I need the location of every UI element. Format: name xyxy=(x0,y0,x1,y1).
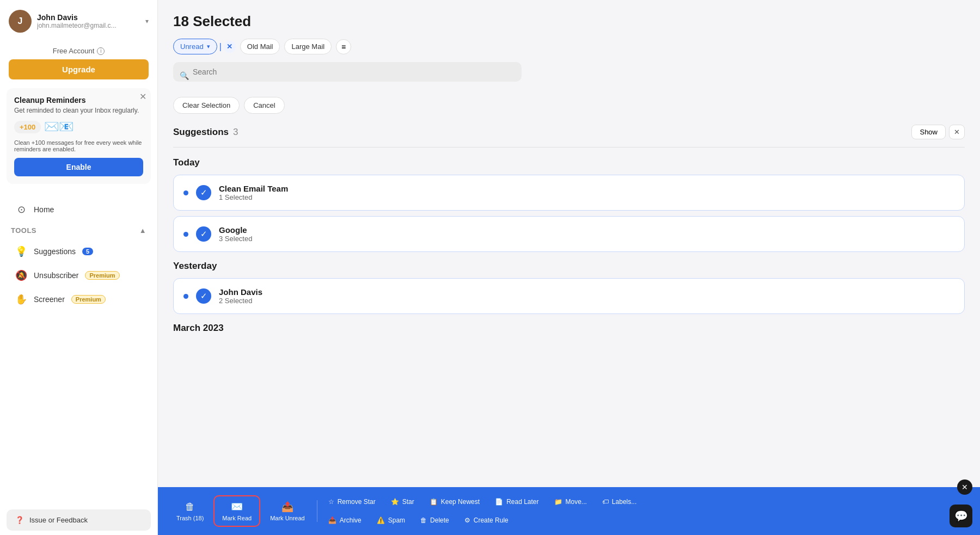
page-title: 18 Selected xyxy=(173,13,965,30)
unread-dot xyxy=(183,294,188,299)
upgrade-button[interactable]: Upgrade xyxy=(9,59,149,79)
user-email: john.mailmeteor@gmail.c... xyxy=(37,22,140,29)
old-mail-label: Old Mail xyxy=(247,42,273,51)
info-icon[interactable]: i xyxy=(97,47,105,55)
mail-count: 2 Selected xyxy=(219,297,954,305)
check-icon: ✓ xyxy=(196,226,211,242)
mail-group-google[interactable]: ✓ Google 3 Selected xyxy=(173,216,965,252)
large-mail-label: Large Mail xyxy=(291,42,324,51)
spam-label: Spam xyxy=(388,516,405,524)
screener-label: Screener xyxy=(34,295,65,304)
cleanup-info: Clean +100 messages for free every week … xyxy=(14,139,143,152)
remove-star-button[interactable]: ☆ Remove Star xyxy=(322,494,382,510)
sidebar-item-screener[interactable]: ✋ Screener Premium xyxy=(4,288,153,311)
labels-icon: 🏷 xyxy=(602,498,609,506)
chat-icon: 💬 xyxy=(954,509,968,522)
spam-button[interactable]: ⚠️ Spam xyxy=(370,512,412,528)
filter-bar: Unread ▾ | ✕ Old Mail Large Mail ≡ xyxy=(173,39,965,54)
sidebar-item-home[interactable]: ⊙ Home xyxy=(4,198,153,221)
mail-group-john-davis[interactable]: ✓ John Davis 2 Selected xyxy=(173,278,965,314)
sidebar-item-unsubscriber[interactable]: 🔕 Unsubscriber Premium xyxy=(4,264,153,287)
filter-old-mail[interactable]: Old Mail xyxy=(240,39,280,54)
spam-icon: ⚠️ xyxy=(377,516,385,524)
yesterday-label: Yesterday xyxy=(173,261,965,272)
cleanup-card: ✕ Cleanup Reminders Get reminded to clea… xyxy=(7,88,151,184)
toolbar-extra-actions: ☆ Remove Star ⭐ Star 📋 Keep Newest 📄 Rea… xyxy=(322,494,644,528)
suggestions-label: Suggestions xyxy=(34,247,76,256)
tools-header: Tools ▲ xyxy=(0,222,157,239)
unsubscriber-icon: 🔕 xyxy=(15,269,27,281)
toolbar-divider xyxy=(317,500,317,522)
archive-button[interactable]: 📥 Archive xyxy=(322,512,368,528)
sidebar: J John Davis john.mailmeteor@gmail.c... … xyxy=(0,0,158,535)
filter-large-mail[interactable]: Large Mail xyxy=(284,39,332,54)
suggestions-actions: Show ✕ xyxy=(911,125,965,139)
move-button[interactable]: 📁 Move... xyxy=(548,494,593,510)
chat-fab[interactable]: 💬 xyxy=(950,505,972,527)
enable-button[interactable]: Enable xyxy=(14,158,143,176)
create-rule-button[interactable]: ⚙ Create Rule xyxy=(458,512,515,528)
star-button[interactable]: ⭐ Star xyxy=(384,494,421,510)
issue-label: Issue or Feedback xyxy=(29,516,88,524)
labels-label: Labels... xyxy=(612,498,636,506)
mail-sender: Clean Email Team xyxy=(219,184,954,193)
unread-dot xyxy=(183,232,188,237)
move-label: Move... xyxy=(566,498,587,506)
mark-unread-button[interactable]: 📤 Mark Unread xyxy=(262,496,313,526)
show-button[interactable]: Show xyxy=(911,125,946,139)
unread-clear-button[interactable]: ✕ xyxy=(224,41,236,53)
cleanup-title: Cleanup Reminders xyxy=(14,96,143,104)
read-later-label: Read Later xyxy=(506,498,538,506)
unsubscriber-label: Unsubscriber xyxy=(34,271,78,280)
unread-dot xyxy=(183,190,188,195)
archive-label: Archive xyxy=(340,516,362,524)
user-header[interactable]: J John Davis john.mailmeteor@gmail.c... … xyxy=(0,0,157,42)
filter-options-icon[interactable]: ≡ xyxy=(336,39,351,54)
unsubscriber-badge: Premium xyxy=(85,271,119,280)
filter-unread[interactable]: Unread ▾ xyxy=(173,39,217,54)
sidebar-nav: ⊙ Home Tools ▲ 💡 Suggestions 5 🔕 Unsubsc… xyxy=(0,193,157,505)
issue-feedback-button[interactable]: ❓ Issue or Feedback xyxy=(7,509,151,531)
mark-unread-icon: 📤 xyxy=(281,501,293,513)
remove-star-label: Remove Star xyxy=(338,498,376,506)
delete-button[interactable]: 🗑 Delete xyxy=(414,512,456,528)
user-info: John Davis john.mailmeteor@gmail.c... xyxy=(37,13,140,29)
suggestions-section-header: Suggestions 3 Show ✕ xyxy=(173,125,965,139)
action-bar: Clear Selection Cancel xyxy=(173,97,965,114)
suggestions-section-title: Suggestions xyxy=(173,127,229,138)
home-icon: ⊙ xyxy=(15,204,27,216)
issue-icon: ❓ xyxy=(15,516,24,524)
cancel-button[interactable]: Cancel xyxy=(244,97,284,114)
tools-collapse-icon[interactable]: ▲ xyxy=(139,226,146,235)
delete-label: Delete xyxy=(430,516,449,524)
tools-label: Tools xyxy=(11,226,36,235)
keep-newest-button[interactable]: 📋 Keep Newest xyxy=(423,494,486,510)
suggestions-icon: 💡 xyxy=(15,245,27,257)
keep-newest-icon: 📋 xyxy=(430,498,438,506)
clear-selection-button[interactable]: Clear Selection xyxy=(173,97,240,114)
toolbar-row-2: 📥 Archive ⚠️ Spam 🗑 Delete ⚙ Create Rule xyxy=(322,512,644,528)
mail-count: 3 Selected xyxy=(219,235,954,243)
unread-label: Unread xyxy=(180,42,204,51)
labels-button[interactable]: 🏷 Labels... xyxy=(596,494,643,510)
mark-read-button[interactable]: ✉️ Mark Read xyxy=(213,495,260,527)
suggestions-close-button[interactable]: ✕ xyxy=(949,125,965,139)
mail-group-clean-email-team[interactable]: ✓ Clean Email Team 1 Selected xyxy=(173,175,965,211)
cleanup-visual: +100 ✉️📧 xyxy=(14,120,143,134)
search-input[interactable] xyxy=(173,62,522,82)
mail-info: Google 3 Selected xyxy=(219,225,954,243)
remove-star-icon: ☆ xyxy=(328,498,334,506)
sidebar-item-suggestions[interactable]: 💡 Suggestions 5 xyxy=(4,240,153,263)
mark-read-icon: ✉️ xyxy=(231,501,243,513)
screener-badge: Premium xyxy=(71,295,106,304)
scrollable-content: 18 Selected Unread ▾ | ✕ Old Mail Large … xyxy=(158,0,980,535)
create-rule-icon: ⚙ xyxy=(464,516,470,524)
chevron-down-icon[interactable]: ▾ xyxy=(145,17,149,25)
toolbar-close-button[interactable]: ✕ xyxy=(957,479,972,495)
mail-sender: Google xyxy=(219,225,954,235)
avatar: J xyxy=(9,10,32,33)
chevron-icon: ▾ xyxy=(207,43,210,50)
trash-button[interactable]: 🗑 Trash (18) xyxy=(169,497,211,526)
cleanup-close-button[interactable]: ✕ xyxy=(139,93,146,101)
read-later-button[interactable]: 📄 Read Later xyxy=(488,494,545,510)
